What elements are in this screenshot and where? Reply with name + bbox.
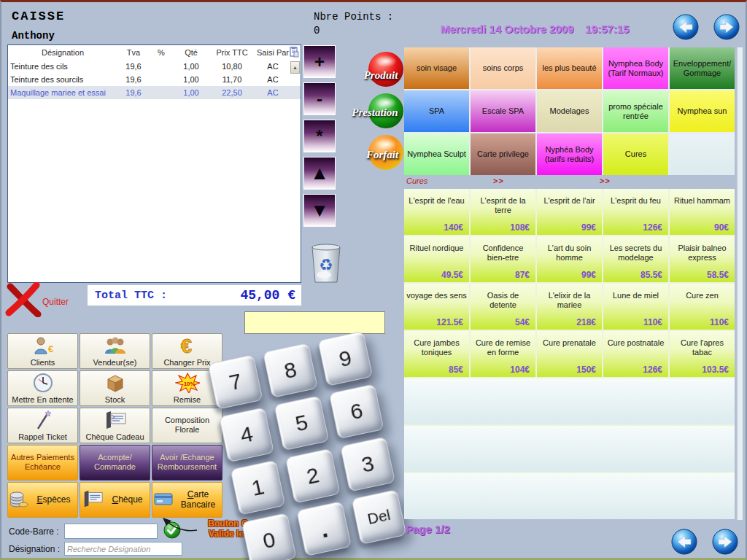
quit-button[interactable]: Quitter [4, 282, 85, 319]
product-tile[interactable]: L'esprit du feu126€ [603, 189, 668, 235]
forfait-sphere-button[interactable] [368, 135, 403, 170]
category-soins-corps[interactable]: soins corps [471, 47, 535, 89]
category-nymphea-sun[interactable]: Nymphea sun [670, 90, 735, 132]
product-tile[interactable]: Cure l'apres tabac103.5€ [670, 331, 735, 377]
produit-sphere-button[interactable] [368, 52, 403, 87]
key-3[interactable]: 3 [340, 437, 395, 492]
avoir-echange-button[interactable]: Avoir /Echange Remboursement [152, 445, 222, 481]
product-name: Cure de remise en forme [473, 338, 533, 357]
product-tile[interactable]: Lune de miel110€ [603, 284, 668, 330]
product-name: L'esprit de l'eau [406, 196, 467, 206]
rappel-ticket-button[interactable]: Rappel Ticket [7, 408, 78, 443]
vendeur-button[interactable]: Vendeur(se) [80, 333, 150, 369]
cheque-button[interactable]: Chèque [80, 482, 150, 518]
product-tile[interactable]: Plaisir balneo express58.5€ [670, 236, 735, 282]
scroll-down-button[interactable]: ▼ [303, 194, 336, 227]
category-spa[interactable]: SPA [404, 90, 469, 132]
category-modelages[interactable]: Modelages [537, 90, 602, 132]
prestation-sphere-button[interactable] [368, 93, 403, 128]
category-escale-spa[interactable]: Escale SPA [471, 90, 535, 132]
app-title: CAISSE [12, 9, 65, 23]
plus-button[interactable]: + [303, 45, 336, 78]
category-nyphea-body-reduits[interactable]: Nyphéa Body (tarifs reduits) [537, 133, 602, 175]
product-tile[interactable]: Confidence bien-etre87€ [471, 236, 535, 282]
nav-back-button-top[interactable] [673, 14, 699, 40]
product-tile[interactable]: voyage des sens121.5€ [404, 284, 469, 330]
composition-florale-button[interactable]: Composition Florale [152, 408, 222, 443]
page-back-button[interactable] [671, 529, 697, 555]
especes-button[interactable]: Espèces [7, 482, 78, 518]
category-nymphea-sculpt[interactable]: Nymphea Sculpt [404, 133, 469, 175]
ticket-row[interactable]: Teinture des sourcils 19,6 1,00 11,70 AC [8, 73, 301, 86]
ticket-row[interactable]: Teinture des cils 19,6 1,00 10,80 AC [8, 60, 301, 73]
product-scrollbar[interactable] [737, 47, 743, 520]
product-tile[interactable]: L'art du soin homme99€ [537, 236, 602, 282]
product-tile[interactable]: Oasis de detente54€ [471, 284, 535, 330]
key-6[interactable]: 6 [329, 384, 384, 439]
key-decimal[interactable]: . [296, 501, 352, 556]
multiply-button[interactable]: * [303, 120, 336, 152]
cell-qte: 1,00 [173, 88, 209, 97]
page-forward-button[interactable] [712, 529, 738, 555]
date-text: Mercredi 14 Octobre 2009 [441, 23, 574, 35]
key-1[interactable]: 1 [230, 460, 285, 516]
product-tile[interactable]: Cure prenatale150€ [537, 331, 602, 377]
carte-bancaire-button[interactable]: Carte Bancaire [152, 482, 222, 518]
subnav-chevron[interactable]: >> [493, 176, 504, 185]
category-enveloppement-gommage[interactable]: Enveloppement/ Gommage [670, 47, 735, 89]
subnav-chevron[interactable]: >> [600, 176, 611, 185]
category-cures[interactable]: Cures [603, 133, 668, 175]
product-tile[interactable]: L'esprit de l'air99€ [537, 189, 602, 235]
category-les-plus-beaute[interactable]: les plus beauté [537, 47, 602, 89]
category-nymphea-body-normaux[interactable]: Nymphea Body (Tarif Normaux) [603, 47, 668, 89]
button-label: Clients [31, 358, 55, 367]
scroll-up-button[interactable]: ▲ [303, 157, 336, 190]
product-tile[interactable]: Rituel hammam90€ [670, 189, 735, 235]
clients-button[interactable]: € Clients [7, 333, 78, 369]
product-tile[interactable]: L'elixir de la mariee218€ [537, 284, 602, 330]
stock-button[interactable]: Stock [80, 370, 150, 406]
key-9[interactable]: 9 [317, 331, 373, 386]
product-name: L'art du soin homme [539, 244, 600, 262]
key-7[interactable]: 7 [208, 354, 263, 410]
autres-paiements-button[interactable]: Autres Paiements Echéance [7, 445, 78, 481]
product-tile[interactable]: Cure postnatale126€ [603, 331, 668, 377]
product-tile[interactable]: Cure zen110€ [670, 284, 735, 330]
key-5[interactable]: 5 [274, 395, 329, 451]
paste-icon[interactable] [290, 47, 299, 58]
total-band: Total TTC : 45,00 € [88, 285, 301, 306]
designation-search-input[interactable] [64, 542, 182, 556]
cheque-icon [82, 490, 104, 510]
attente-button[interactable]: Mettre En attente [7, 370, 78, 406]
button-label: Changer Prix [163, 358, 210, 367]
product-tile[interactable]: Rituel nordique49.5€ [404, 236, 469, 282]
product-tile[interactable]: L'esprit de l'eau140€ [404, 189, 469, 235]
product-tile[interactable]: Cure de remise en forme104€ [471, 331, 535, 377]
key-2[interactable]: 2 [285, 448, 341, 504]
minus-button[interactable]: - [303, 82, 336, 115]
ticket-scrollbar-up[interactable]: ▲ [290, 61, 300, 74]
nav-forward-button-top[interactable] [713, 14, 740, 40]
product-tile[interactable]: L'esprit de la terre108€ [471, 189, 535, 235]
button-label: Autres Paiements Echéance [8, 453, 77, 470]
ticket-row-selected[interactable]: Maquillage mariee et essai 19,6 1,00 22,… [8, 86, 301, 99]
key-0[interactable]: 0 [241, 513, 297, 560]
cheque-cadeau-button[interactable]: Chèque Cadeau [80, 408, 150, 443]
key-8[interactable]: 8 [263, 343, 318, 398]
product-tile[interactable]: Cure jambes toniques85€ [404, 331, 469, 377]
product-price: 108€ [473, 222, 533, 233]
barcode-input[interactable] [64, 524, 158, 539]
category-promo-speciale[interactable]: promo spéciale rentrée [603, 90, 668, 132]
sphere-highlight [375, 55, 397, 67]
category-carte-privilege[interactable]: Carte privilege [471, 133, 535, 175]
total-label: Total TTC : [88, 289, 167, 302]
barcode-label: Code-Barre : [9, 526, 59, 537]
product-tile[interactable]: Les secrets du modelage85.5€ [603, 236, 668, 282]
product-price: 85.5€ [605, 270, 666, 280]
key-4[interactable]: 4 [219, 407, 274, 462]
key-del[interactable]: Del [351, 489, 406, 545]
category-soin-visage[interactable]: soin visage [404, 47, 469, 89]
delete-line-trash-button[interactable]: ♻ [308, 241, 344, 285]
euro-icon: € [177, 334, 198, 358]
acompte-commande-button[interactable]: Acompte/ Commande [80, 445, 150, 481]
